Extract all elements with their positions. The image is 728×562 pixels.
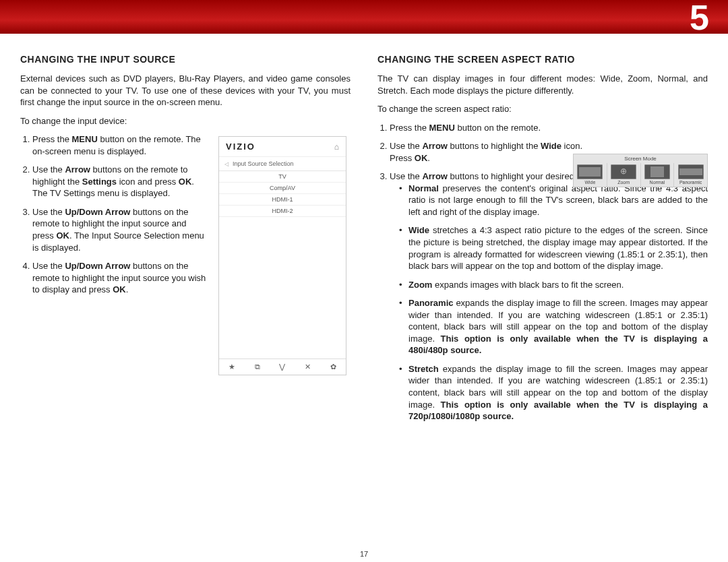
sm-panoramic: Panoramic xyxy=(673,163,707,187)
sm-zoom: Zoom xyxy=(607,163,640,187)
menu-item-hdmi1: HDMI-1 xyxy=(219,194,346,206)
step-1: Press the MENU button on the remote. The… xyxy=(32,133,209,157)
section-heading-aspect-ratio: CHANGING THE SCREEN ASPECT RATIO xyxy=(377,54,708,65)
vizio-menu-items: TV Comp/AV HDMI-1 HDMI-2 xyxy=(219,170,346,217)
chapter-header: 5 xyxy=(0,0,728,34)
star-icon: ★ xyxy=(229,363,235,371)
left-column: CHANGING THE INPUT SOURCE External devic… xyxy=(20,54,351,429)
section-heading-input-source: CHANGING THE INPUT SOURCE xyxy=(20,54,351,65)
input-steps: Press the MENU button on the remote. The… xyxy=(32,133,209,296)
mode-wide: Wide stretches a 4:3 aspect ratio pictur… xyxy=(399,224,708,272)
page-number: 17 xyxy=(0,550,728,558)
mode-panoramic: Panoramic expands the display image to f… xyxy=(399,297,708,356)
screen-mode-widget: Screen Mode Wide Zoom Normal Panoramic xyxy=(573,154,708,187)
zoom-icon xyxy=(611,164,636,179)
gear-icon: ✿ xyxy=(330,363,336,371)
screen-mode-title: Screen Mode xyxy=(574,154,707,163)
home-icon: ⌂ xyxy=(334,142,339,152)
sm-normal: Normal xyxy=(640,163,674,187)
mode-normal: Normal preserves the content's original … xyxy=(399,183,708,218)
aspect-lead: To change the screen aspect ratio: xyxy=(377,103,708,115)
panoramic-icon xyxy=(678,164,704,179)
close-icon: ✕ xyxy=(305,363,311,371)
step-3: Use the Up/Down Arrow buttons on the rem… xyxy=(32,206,209,253)
chapter-number: 5 xyxy=(690,0,708,38)
aspect-step-3: Use the Arrow buttons to highlight your … xyxy=(390,170,708,422)
menu-item-hdmi2: HDMI-2 xyxy=(219,206,346,217)
back-icon: ◁ xyxy=(224,161,229,167)
mode-zoom: Zoom expands images with black bars to f… xyxy=(399,279,708,291)
aspect-step-1: Press the MENU button on the remote. xyxy=(390,122,585,134)
step-2: Use the Arrow buttons on the remote to h… xyxy=(32,164,209,199)
right-column: CHANGING THE SCREEN ASPECT RATIO The TV … xyxy=(377,54,708,429)
vizio-bottom-bar: ★ ⧉ ⋁ ✕ ✿ xyxy=(219,358,346,375)
menu-item-compav: Comp/AV xyxy=(219,183,346,194)
wide-icon xyxy=(577,164,603,179)
aspect-modes-list: Normal preserves the content's original … xyxy=(399,183,708,423)
lead-line: To change the input device: xyxy=(20,115,351,127)
normal-icon xyxy=(644,164,670,179)
menu-section-title: Input Source Selection xyxy=(233,160,294,167)
mode-stretch: Stretch expands the display image to fil… xyxy=(399,363,708,423)
panel-icon: ⧉ xyxy=(255,363,260,371)
vizio-menu-illustration: VIZIO ⌂ ◁ Input Source Selection TV Comp… xyxy=(218,136,346,375)
vizio-logo: VIZIO xyxy=(226,142,255,152)
step-4: Use the Up/Down Arrow buttons on the rem… xyxy=(32,260,209,296)
sm-wide: Wide xyxy=(574,163,607,187)
intro-paragraph: External devices such as DVD players, Bl… xyxy=(20,73,351,108)
aspect-intro: The TV can display images in four differ… xyxy=(377,73,708,96)
aspect-step-2: Use the Arrow buttons to highlight the W… xyxy=(390,140,585,164)
menu-item-tv: TV xyxy=(219,171,346,183)
v-icon: ⋁ xyxy=(279,363,285,371)
